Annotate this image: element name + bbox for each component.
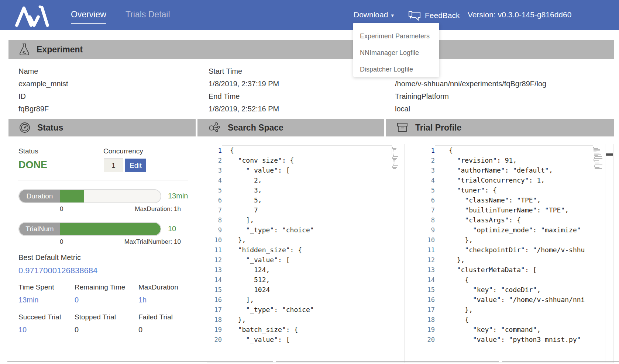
code-line: 3 "_value": [ bbox=[207, 165, 412, 175]
code-line: 16 "value": "/home/v-shhuan/nni bbox=[405, 295, 613, 305]
divider bbox=[18, 180, 188, 180]
status-panel-body: Status DONE Concurrency Edit Duration 13… bbox=[8, 136, 196, 362]
nni-logo-icon[interactable] bbox=[13, 4, 50, 29]
status-section-title: Status bbox=[37, 123, 63, 133]
code-line: 4 2, bbox=[207, 175, 412, 185]
code-line: 20 "value": "python3 mnist.py" bbox=[405, 334, 613, 344]
code-line: 13 "clusterMetaData": [ bbox=[405, 265, 613, 275]
concurrency-input[interactable] bbox=[104, 159, 123, 172]
experiment-section-title: Experiment bbox=[37, 45, 83, 55]
best-metric-value: 0.9717000126838684 bbox=[18, 266, 97, 275]
version-text: Version: v0.3.0-145-g816dd60 bbox=[468, 10, 571, 19]
id-label: ID bbox=[18, 90, 68, 103]
code-line: 12 "_value": [ bbox=[207, 255, 412, 265]
stat-remaining-time: Remaining Time 0 bbox=[75, 283, 125, 304]
bottom-scroll-line bbox=[276, 361, 499, 362]
end-time-label: End Time bbox=[209, 90, 279, 103]
code-line: 11 "checkpointDir": "/home/v-shhu bbox=[405, 245, 613, 255]
duration-value: 13min bbox=[168, 192, 188, 200]
trialnum-bar-fill bbox=[60, 223, 161, 235]
bottom-scroll-line bbox=[502, 361, 619, 362]
feedback-chat-icon bbox=[408, 10, 421, 21]
trial-profile-scrollbar-thumb[interactable] bbox=[606, 153, 613, 156]
code-line: 14 512, bbox=[207, 275, 412, 285]
search-space-code-lines: 1{2 "conv_size": {3 "_value": [4 2,5 3,6… bbox=[207, 145, 412, 344]
duration-bar-track bbox=[60, 190, 161, 202]
search-space-section-title: Search Space bbox=[228, 123, 283, 133]
code-line: 8 ], bbox=[207, 215, 412, 225]
search-space-minimap[interactable] bbox=[392, 147, 402, 169]
bottom-scroll-line bbox=[7, 361, 273, 362]
trialnum-max: MaxTrialNumber: 10 bbox=[124, 238, 181, 246]
status-label: Status bbox=[18, 147, 38, 155]
concurrency-label: Concurrency bbox=[103, 147, 143, 155]
feedback-label: FeedBack bbox=[425, 11, 460, 20]
trial-profile-section-header: Trial Profile bbox=[386, 119, 614, 136]
code-line: 12 }, bbox=[405, 255, 613, 265]
duration-max: MaxDuration: 1h bbox=[135, 205, 181, 213]
name-label: Name bbox=[18, 65, 68, 77]
code-line: 2 "conv_size": { bbox=[207, 155, 412, 165]
nni-overview-page: Overview Trials Detail Download▾ FeedBac… bbox=[0, 0, 619, 364]
code-line: 9 "_type": "choice" bbox=[207, 225, 412, 235]
training-platform-value: local bbox=[395, 103, 546, 115]
code-line: 10 }, bbox=[207, 235, 412, 245]
code-line: 19 "key": "command", bbox=[405, 325, 613, 334]
experiment-fields-col2: Start Time 1/8/2019, 2:37:19 PM End Time… bbox=[209, 65, 279, 115]
duration-bar-label: Duration bbox=[19, 190, 60, 202]
code-line: 7 "builtinTunerName": "TPE", bbox=[405, 205, 613, 215]
search-space-code-editor[interactable]: 1{2 "conv_size": {3 "_value": [4 2,5 3,6… bbox=[207, 144, 413, 363]
menu-item-experiment-parameters[interactable]: Experiment Parameters bbox=[353, 28, 439, 45]
code-line: 15 1024 bbox=[207, 285, 412, 295]
stat-failed-trial: Failed Trial 0 bbox=[138, 313, 173, 334]
trial-profile-section-title: Trial Profile bbox=[415, 123, 461, 133]
code-line: 6 5, bbox=[207, 195, 412, 205]
molecule-icon bbox=[208, 122, 221, 134]
code-line: 2 "revision": 91, bbox=[405, 155, 613, 165]
trial-profile-minimap[interactable] bbox=[593, 147, 603, 169]
trialnum-bar-label: TrialNum bbox=[19, 223, 60, 235]
code-line: 7 7 bbox=[207, 205, 412, 215]
download-menu-button[interactable]: Download▾ bbox=[354, 10, 394, 19]
log-path-value: /home/v-shhuan/nni/experiments/fqBgr89F/… bbox=[395, 77, 546, 90]
code-line: 10 }, bbox=[405, 235, 613, 245]
search-space-section-header: Search Space bbox=[197, 119, 384, 136]
duration-progress: Duration 13min 0 MaxDuration: 1h bbox=[18, 189, 196, 214]
code-line: 4 "trialConcurrency": 1, bbox=[405, 175, 613, 185]
box-icon bbox=[396, 122, 409, 134]
training-platform-label: TrainingPlatform bbox=[395, 90, 546, 103]
duration-bar-fill bbox=[60, 190, 84, 202]
menu-item-dispatcher-logfile[interactable]: Dispatcher Logfile bbox=[353, 61, 439, 78]
start-time-value: 1/8/2019, 2:37:19 PM bbox=[209, 77, 279, 90]
status-section-header: Status bbox=[8, 119, 196, 136]
trialnum-min: 0 bbox=[60, 238, 63, 246]
gauge-icon bbox=[19, 122, 31, 134]
feedback-link[interactable]: FeedBack bbox=[408, 10, 460, 21]
tab-trials-detail[interactable]: Trials Detail bbox=[125, 10, 170, 20]
duration-min: 0 bbox=[60, 205, 63, 213]
download-label: Download bbox=[354, 10, 388, 19]
scrollbar-separator bbox=[605, 144, 605, 363]
trialnum-value: 10 bbox=[168, 225, 176, 233]
experiment-section-header: Experiment bbox=[8, 40, 614, 59]
code-line: 19 "batch_size": { bbox=[207, 325, 412, 334]
code-line: 16 ], bbox=[207, 295, 412, 305]
code-line: 18 { bbox=[405, 315, 613, 325]
edit-button[interactable]: Edit bbox=[125, 159, 146, 172]
flask-icon bbox=[19, 43, 30, 56]
chevron-down-icon: ▾ bbox=[391, 12, 394, 18]
stat-stopped-trial: Stopped Trial 0 bbox=[75, 313, 116, 334]
code-line: 9 "optimize_mode": "maximize" bbox=[405, 225, 613, 235]
experiment-fields-col1: Name example_mnist ID fqBgr89F bbox=[18, 65, 68, 115]
code-line: 5 "tuner": { bbox=[405, 185, 613, 195]
stat-succeed-trial: Succeed Trial 10 bbox=[18, 313, 61, 334]
menu-item-nnimanager-logfile[interactable]: NNImanager Logfile bbox=[353, 45, 439, 61]
code-line: 13 124, bbox=[207, 265, 412, 275]
trial-profile-code-editor[interactable]: 1{2 "revision": 91,3 "authorName": "defa… bbox=[404, 144, 614, 363]
trialnum-progress: TrialNum 10 0 MaxTrialNumber: 10 bbox=[18, 222, 196, 246]
trialnum-bar: TrialNum bbox=[18, 222, 161, 236]
tab-overview[interactable]: Overview bbox=[71, 10, 106, 24]
stat-time-spent: Time Spent 13min bbox=[18, 283, 54, 304]
code-line: 15 "key": "codeDir", bbox=[405, 285, 613, 295]
best-metric-label: Best Default Metric bbox=[18, 253, 81, 262]
